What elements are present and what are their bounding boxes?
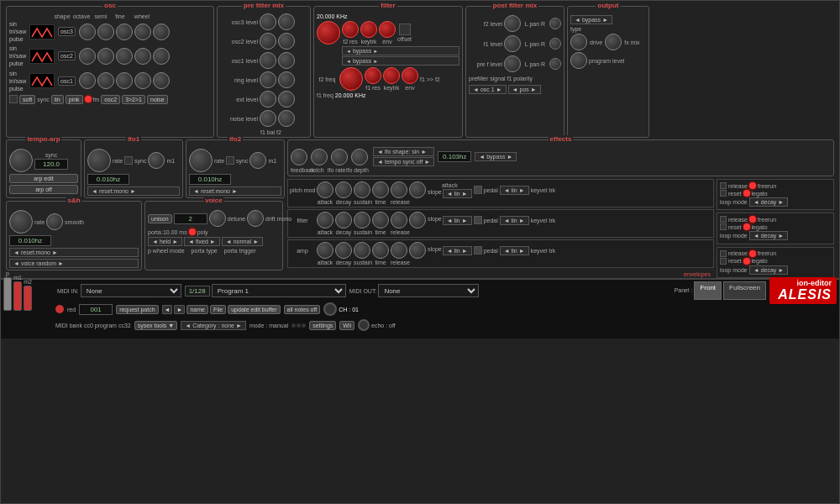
osc2-shape-knob[interactable] <box>79 48 96 65</box>
f2-env-knob[interactable] <box>379 21 396 38</box>
midi-in-select[interactable]: None <box>81 284 181 297</box>
amp-release-sel[interactable]: ◄lin► <box>500 246 529 255</box>
lfo-depth-knob[interactable] <box>351 149 368 165</box>
amp-time-knob[interactable] <box>372 242 389 259</box>
filter-release-sel[interactable]: ◄lin► <box>500 216 529 225</box>
f2-bypass-btn[interactable]: bypass <box>342 46 459 55</box>
f2-res-knob[interactable] <box>342 21 359 38</box>
osc1-select-btn[interactable]: ◄ osc 1 ► <box>469 85 507 94</box>
pre-level-postknob[interactable] <box>504 55 521 72</box>
ext-bal-knob[interactable] <box>278 91 295 108</box>
p-slider[interactable] <box>3 277 12 311</box>
nav-prev-btn[interactable]: ◄ <box>162 305 173 314</box>
f2-freq-knob[interactable] <box>317 21 340 45</box>
osc2-fine-knob[interactable] <box>134 48 151 65</box>
osc1-fine-knob[interactable] <box>134 72 151 89</box>
fixed-btn[interactable]: ◄ fixed ► <box>184 237 220 246</box>
lfo1-rate-knob[interactable] <box>87 149 111 172</box>
soft-btn[interactable]: soft <box>19 95 35 104</box>
f1-freq-knob[interactable] <box>339 67 363 91</box>
nav-next-btn[interactable]: ► <box>174 305 185 314</box>
fullscreen-tab[interactable]: Fullscreen <box>723 281 766 300</box>
ext-level-knob[interactable] <box>260 91 276 108</box>
pitch-decay-knob[interactable] <box>335 181 352 198</box>
ring-level-knob[interactable] <box>260 71 276 88</box>
filter-attack-knob[interactable] <box>317 212 333 228</box>
pitch-attack-knob[interactable] <box>317 181 333 198</box>
osc1-wheel-knob[interactable] <box>153 72 170 89</box>
osc3-btn[interactable]: osc3 <box>58 27 76 36</box>
pink-btn[interactable]: pink <box>66 95 83 104</box>
lfo1-m1-knob[interactable] <box>148 152 165 169</box>
filter-loop-btn[interactable]: ◄ decay ► <box>749 231 789 240</box>
amp-loop-btn[interactable]: ◄ decay ► <box>749 265 789 275</box>
filter-keyvel-knob[interactable] <box>409 212 426 228</box>
noise-level-knob[interactable] <box>260 110 276 127</box>
program-select[interactable]: Program 1 <box>212 284 346 297</box>
filter-sustain-knob[interactable] <box>354 212 370 228</box>
lfo1-reset-btn[interactable]: ◄ reset:mono ► <box>87 186 180 196</box>
f1-res-knob[interactable] <box>365 67 381 84</box>
osc2-btn[interactable]: osc2 <box>58 51 76 60</box>
pitch-lin-btn[interactable]: ◄lin► <box>443 189 472 198</box>
osc2-wheel-knob[interactable] <box>153 48 170 65</box>
f1-keytrk-knob[interactable] <box>383 67 400 84</box>
front-tab[interactable]: Front <box>694 281 722 300</box>
lfo-shape-btn[interactable]: ◄ lfo shape: sin ► <box>373 147 434 156</box>
arp-edit-btn[interactable]: arp edit <box>9 174 78 183</box>
noise-bal-knob[interactable] <box>278 110 295 127</box>
held-btn[interactable]: ◄ held ► <box>148 237 182 246</box>
sh-rate-knob[interactable] <box>9 210 33 234</box>
sh-reset-btn[interactable]: ◄ reset:mono ► <box>9 248 139 257</box>
unison-btn[interactable]: unison <box>148 214 172 223</box>
detune-knob[interactable] <box>209 210 226 227</box>
arp-off-btn[interactable]: arp off <box>9 185 78 194</box>
filter-lin-btn[interactable]: ◄lin► <box>443 216 472 225</box>
osc3-wheel-knob[interactable] <box>153 24 170 40</box>
pitch-time-knob[interactable] <box>372 181 389 198</box>
pitch-keyvel-knob[interactable] <box>409 181 426 198</box>
tempo-sync-btn[interactable]: ◄ tempo sync off ► <box>373 157 434 166</box>
noise-btn[interactable]: noise <box>147 95 168 104</box>
f2-pan-knob[interactable] <box>549 18 561 29</box>
filter-time-knob[interactable] <box>372 212 389 228</box>
drive-knob[interactable] <box>570 34 587 50</box>
osc2-level-knob[interactable] <box>260 33 276 50</box>
voice-random-btn[interactable]: ◄ voice random ► <box>9 259 139 268</box>
sh-smooth-knob[interactable] <box>46 213 63 230</box>
amp-lin-btn[interactable]: ◄lin► <box>443 246 472 255</box>
lfo2-m1-knob[interactable] <box>249 152 266 169</box>
lfo-rate-fx-knob[interactable] <box>331 149 348 165</box>
seq-btn[interactable]: 3>2>1 <box>122 95 145 104</box>
osc1-semi-knob[interactable] <box>116 72 133 89</box>
feedback-knob[interactable] <box>291 149 307 165</box>
amp-release-knob[interactable] <box>391 242 407 259</box>
pitch-sustain-knob[interactable] <box>354 181 370 198</box>
sysex-tools-btn[interactable]: sysex tools ▼ <box>134 321 178 330</box>
amp-decay-knob[interactable] <box>335 242 352 259</box>
osc3-fine-knob[interactable] <box>134 24 151 40</box>
fx-mix-knob[interactable] <box>605 34 622 50</box>
f2-keytrk-knob[interactable] <box>360 21 377 38</box>
f2-level-postknob[interactable] <box>504 15 521 32</box>
normal-btn[interactable]: ◄ normal ► <box>222 237 263 246</box>
osc2-semi-knob[interactable] <box>116 48 133 65</box>
drift-knob[interactable] <box>247 210 264 227</box>
pitch-loop-btn[interactable]: ◄ decay ► <box>749 197 789 207</box>
osc2-octave-knob[interactable] <box>97 48 114 65</box>
osc1-octave-knob[interactable] <box>97 72 114 89</box>
amp-sustain-knob[interactable] <box>354 242 370 259</box>
name-btn[interactable]: name <box>186 305 208 314</box>
program-level-knob[interactable] <box>570 52 587 69</box>
pitch-release-sel[interactable]: ◄lin► <box>500 186 529 195</box>
pos-btn[interactable]: ◄ pos ► <box>508 85 541 94</box>
amp-attack-knob[interactable] <box>317 242 333 259</box>
midi-out-select[interactable]: None <box>378 284 479 297</box>
filter-release-knob[interactable] <box>391 212 407 228</box>
ch-knob[interactable] <box>323 302 337 316</box>
osc1-level-knob[interactable] <box>260 52 276 69</box>
lfo2-rate-knob[interactable] <box>189 149 213 172</box>
request-patch-btn[interactable]: request patch <box>116 305 158 314</box>
osc2-select-btn[interactable]: osc2 <box>101 95 120 104</box>
effects-bypass-btn[interactable]: ◄ bypass ► <box>475 152 517 161</box>
